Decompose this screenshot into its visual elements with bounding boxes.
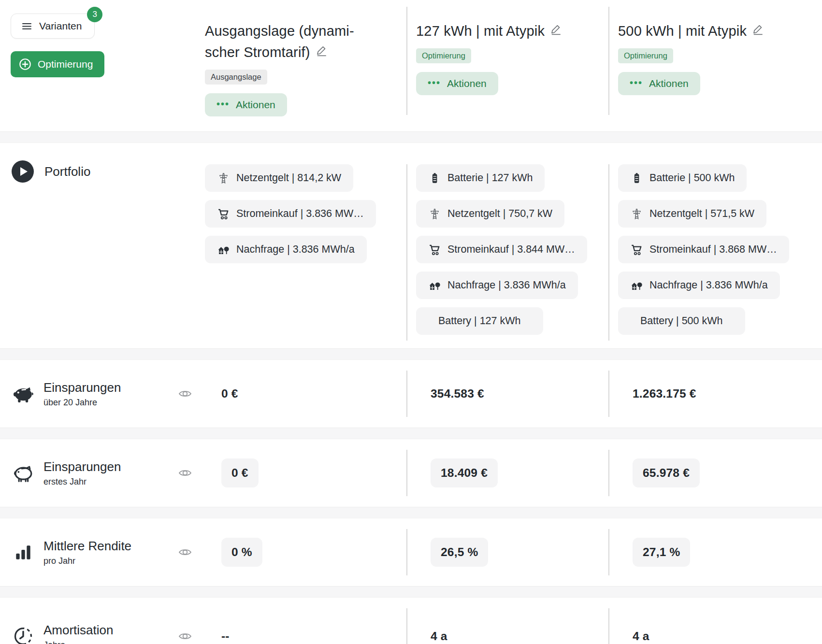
portfolio-chip: Stromeinkauf | 3.868 MW… bbox=[618, 236, 789, 263]
portfolio-chip-label: Netzentgelt | 750,7 kW bbox=[447, 208, 552, 220]
metric-value: 65.978 € bbox=[633, 458, 700, 487]
eye-icon[interactable] bbox=[178, 466, 192, 480]
battery-icon bbox=[630, 172, 643, 185]
column-header-127kwh: 127 kWh | mit Atypik Optimierung ••• Akt… bbox=[406, 0, 608, 131]
metric-row-title: Amortisation bbox=[43, 623, 114, 638]
metric-row-title: Einsparungen bbox=[43, 380, 121, 395]
portfolio-chip-label: Nachfrage | 3.836 MWh/a bbox=[236, 243, 355, 256]
portfolio-chip-label: Nachfrage | 3.836 MWh/a bbox=[447, 279, 566, 291]
metric-row-title: Einsparungen bbox=[43, 459, 121, 474]
aktionen-label: Aktionen bbox=[236, 99, 275, 111]
edit-icon[interactable] bbox=[315, 44, 328, 58]
metric-value: 4 a bbox=[431, 630, 447, 643]
portfolio-chip: Stromeinkauf | 3.836 MW… bbox=[205, 200, 376, 228]
metric-value: 0 € bbox=[221, 458, 259, 487]
portfolio-chip-label: Netzentgelt | 571,5 kW bbox=[649, 208, 754, 220]
ellipsis-icon: ••• bbox=[216, 99, 230, 109]
play-icon[interactable] bbox=[12, 160, 34, 183]
portfolio-row-title: Portfolio bbox=[44, 164, 90, 179]
clock-icon bbox=[12, 625, 35, 644]
metric-value: 18.409 € bbox=[431, 458, 498, 487]
portfolio-chip-label: Batterie | 127 kWh bbox=[447, 172, 533, 184]
metric-value: 4 a bbox=[633, 630, 649, 643]
ellipsis-icon: ••• bbox=[428, 78, 441, 87]
column-divider bbox=[406, 164, 407, 341]
portfolio-chip-label: Stromeinkauf | 3.836 MW… bbox=[236, 208, 364, 220]
portfolio-chip: Battery | 127 kWh bbox=[416, 307, 543, 335]
aktionen-label: Aktionen bbox=[447, 78, 487, 89]
column-divider bbox=[406, 7, 407, 115]
column-divider bbox=[608, 450, 609, 496]
power-pylon-icon bbox=[428, 207, 441, 220]
piggy-bank-filled-icon bbox=[12, 382, 35, 405]
portfolio-chip-label: Batterie | 500 kWh bbox=[649, 172, 735, 184]
aktionen-button[interactable]: ••• Aktionen bbox=[618, 72, 700, 95]
section-separator bbox=[0, 348, 822, 360]
aktionen-button[interactable]: ••• Aktionen bbox=[205, 93, 287, 116]
shopping-cart-icon bbox=[630, 243, 643, 256]
section-separator bbox=[0, 131, 822, 143]
portfolio-chip-label: Battery | 500 kWh bbox=[640, 315, 723, 327]
metric-value: 0 € bbox=[221, 387, 238, 401]
column-divider bbox=[406, 529, 407, 575]
eye-icon[interactable] bbox=[178, 386, 192, 401]
variant-title: 500 kWh | mit Atypik bbox=[618, 20, 808, 42]
portfolio-chip-label: Stromeinkauf | 3.844 MW… bbox=[447, 243, 575, 256]
ellipsis-icon: ••• bbox=[630, 78, 643, 87]
variant-title: 127 kWh | mit Atypik bbox=[416, 20, 594, 42]
metric-value: 354.583 € bbox=[431, 387, 484, 401]
portfolio-chip: Battery | 500 kWh bbox=[618, 307, 745, 335]
column-divider bbox=[406, 608, 407, 644]
toolbar: Varianten 3 Optimierung bbox=[0, 0, 205, 131]
column-divider bbox=[608, 608, 609, 644]
column-header-500kwh: 500 kWh | mit Atypik Optimierung ••• Akt… bbox=[608, 0, 822, 131]
hamburger-icon bbox=[21, 20, 32, 32]
optimierung-label: Optimierung bbox=[38, 58, 93, 70]
aktionen-button[interactable]: ••• Aktionen bbox=[416, 72, 498, 95]
savings-20y-row: Einsparungen über 20 Jahre 0 € 354.583 €… bbox=[0, 360, 822, 428]
portfolio-row: Portfolio Netzentgelt | 814,2 kW Stromei… bbox=[0, 143, 822, 348]
add-optimierung-button[interactable]: Optimierung bbox=[11, 51, 104, 77]
portfolio-chip: Stromeinkauf | 3.844 MW… bbox=[416, 236, 587, 263]
power-pylon-icon bbox=[630, 207, 643, 220]
portfolio-chip-label: Battery | 127 kWh bbox=[438, 315, 521, 327]
column-divider bbox=[608, 7, 609, 115]
metric-row-subtitle: erstes Jahr bbox=[43, 477, 121, 487]
column-divider bbox=[608, 529, 609, 575]
metric-value: 27,1 % bbox=[633, 538, 690, 567]
metric-value: 26,5 % bbox=[431, 538, 488, 567]
house-tree-icon bbox=[428, 279, 441, 292]
column-divider bbox=[406, 450, 407, 496]
plus-circle-icon bbox=[18, 57, 32, 71]
bar-chart-icon bbox=[12, 542, 35, 562]
eye-icon[interactable] bbox=[178, 545, 192, 559]
variant-header: Varianten 3 Optimierung Ausgangslage (dy… bbox=[0, 0, 822, 131]
house-tree-icon bbox=[630, 279, 643, 292]
avg-return-row: Mittlere Rendite pro Jahr 0 % 26,5 % 27,… bbox=[0, 518, 822, 586]
column-divider bbox=[608, 371, 609, 417]
portfolio-chip-label: Netzentgelt | 814,2 kW bbox=[236, 172, 341, 184]
shopping-cart-icon bbox=[217, 207, 230, 220]
variant-type-tag: Ausgangslage bbox=[205, 70, 267, 85]
house-tree-icon bbox=[217, 243, 230, 256]
column-header-ausgangslage: Ausgangslage (dynami­scher Stromtarif) A… bbox=[205, 0, 406, 131]
eye-icon[interactable] bbox=[178, 629, 192, 644]
section-separator bbox=[0, 586, 822, 598]
section-separator bbox=[0, 507, 822, 518]
varianten-button[interactable]: Varianten bbox=[11, 14, 95, 39]
column-divider bbox=[608, 164, 609, 341]
column-divider bbox=[406, 371, 407, 417]
varianten-count-badge: 3 bbox=[87, 7, 102, 22]
edit-icon[interactable] bbox=[549, 23, 562, 37]
metric-row-subtitle: über 20 Jahre bbox=[43, 398, 121, 408]
metric-value: 1.263.175 € bbox=[633, 387, 696, 401]
portfolio-chip: Batterie | 500 kWh bbox=[618, 164, 747, 192]
edit-icon[interactable] bbox=[751, 23, 764, 37]
battery-icon bbox=[428, 172, 441, 185]
portfolio-chip: Batterie | 127 kWh bbox=[416, 164, 545, 192]
portfolio-chip-label: Stromeinkauf | 3.868 MW… bbox=[649, 243, 777, 256]
metric-value: 0 % bbox=[221, 538, 262, 567]
savings-1y-row: Einsparungen erstes Jahr 0 € 18.409 € 65… bbox=[0, 439, 822, 507]
power-pylon-icon bbox=[217, 172, 230, 185]
section-separator bbox=[0, 428, 822, 439]
